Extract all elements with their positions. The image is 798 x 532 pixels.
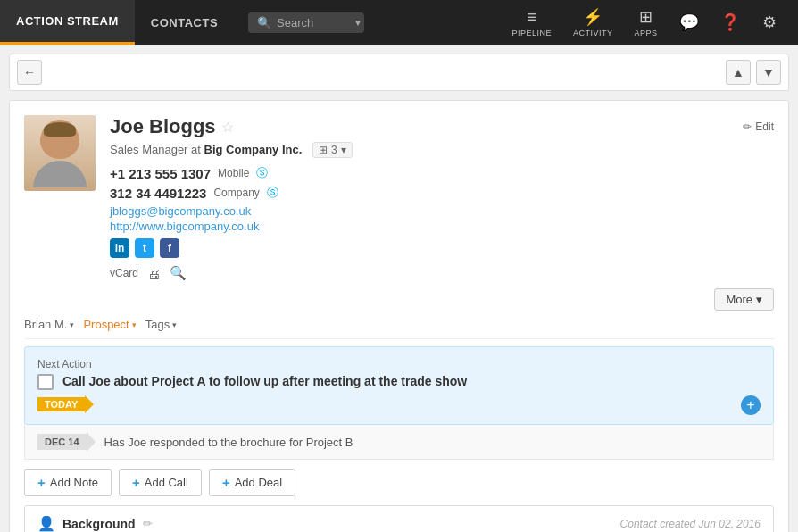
more-caret-icon: ▾ [756, 293, 762, 306]
add-activity-button[interactable]: + [741, 395, 761, 415]
next-action-section: Next Action Call Joe about Project A to … [24, 346, 774, 425]
nav-arrows-right: ▲ ▼ [726, 60, 781, 85]
grid-icon: ⊞ [319, 144, 328, 156]
company-name: Big Company Inc. [204, 143, 303, 156]
tags-row: Brian M. ▾ Prospect ▾ Tags ▾ [24, 311, 774, 339]
background-title: Background [62, 517, 136, 531]
owner-tag[interactable]: Brian M. ▾ [24, 318, 74, 331]
facebook-icon[interactable]: f [160, 238, 179, 258]
contact-header: Joe Bloggs ☆ ✏ Edit Sales Manager at Big… [24, 115, 774, 281]
background-edit-icon[interactable]: ✏ [143, 517, 153, 530]
contact-name: Joe Bloggs [110, 115, 216, 138]
phone2: 312 34 4491223 [110, 186, 206, 201]
contact-title: Sales Manager at Big Company Inc. ⊞ 3 ▾ [110, 142, 774, 158]
activity-checkbox[interactable] [37, 374, 54, 390]
add-call-button[interactable]: + Add Call [119, 469, 202, 496]
edit-button[interactable]: ✏ Edit [743, 121, 774, 133]
add-note-button[interactable]: + Add Note [24, 469, 112, 496]
vcard-link[interactable]: vCard [110, 267, 138, 279]
activity-nav-item[interactable]: ⚡ ACTIVITY [566, 4, 620, 41]
badge-caret: ▾ [341, 144, 346, 156]
today-badge-arrow [85, 395, 94, 413]
help-icon: ❓ [720, 12, 741, 32]
website-link[interactable]: http://www.bigcompany.co.uk [110, 220, 774, 233]
company-count: 3 [331, 144, 337, 156]
phone2-label: Company [213, 187, 259, 199]
more-btn-row: More ▾ [24, 288, 774, 311]
add-deal-plus-icon: + [222, 475, 230, 490]
date-badge: DEC 14 [37, 432, 96, 452]
phone1-row: +1 213 555 1307 Mobile ⓢ [110, 165, 774, 181]
avatar [24, 115, 96, 191]
pencil-icon: ✏ [743, 121, 752, 133]
print-icon[interactable]: 🖨 [147, 266, 161, 281]
add-call-plus-icon: + [132, 475, 140, 490]
back-button[interactable]: ← [17, 60, 42, 85]
pipeline-icon: ≡ [527, 8, 536, 27]
main-area: ← ▲ ▼ Joe Bloggs ☆ [0, 45, 798, 532]
created-text: Contact created Jun 02, 2016 [620, 518, 761, 530]
gear-icon: ⚙ [762, 12, 777, 32]
twitter-icon[interactable]: t [135, 238, 154, 258]
nav-icons-group: ≡ PIPELINE ⚡ ACTIVITY ⊞ APPS 💬 ❓ ⚙ [504, 4, 798, 41]
down-button[interactable]: ▼ [756, 60, 781, 85]
prospect-tag[interactable]: Prospect ▾ [83, 318, 136, 331]
secondary-activity-text: Has Joe responded to the brochure for Pr… [104, 436, 353, 449]
phone2-row: 312 34 4491223 Company ⓢ [110, 185, 774, 201]
activity-row: Call Joe about Project A to follow up af… [37, 374, 761, 390]
chat-icon: 💬 [679, 12, 700, 32]
apps-nav-item[interactable]: ⊞ APPS [627, 4, 664, 41]
social-icons: in t f [110, 238, 774, 258]
action-icons-row: vCard 🖨 🔍 [110, 265, 774, 281]
date-badge-label: DEC 14 [37, 434, 87, 450]
top-navigation: ACTION STREAM CONTACTS 🔍 ▼ ≡ PIPELINE ⚡ … [0, 0, 798, 45]
secondary-activity: DEC 14 Has Joe responded to the brochure… [24, 425, 774, 460]
person-icon: 👤 [37, 515, 55, 532]
today-badge: TODAY [37, 395, 94, 413]
search-input[interactable] [277, 16, 348, 29]
tags-caret-icon: ▾ [172, 320, 177, 329]
nav-arrows-bar: ← ▲ ▼ [9, 54, 789, 91]
search-icon: 🔍 [257, 16, 271, 29]
help-nav-item[interactable]: ❓ [713, 9, 748, 36]
star-icon[interactable]: ☆ [221, 119, 234, 136]
action-buttons: + Add Note + Add Call + Add Deal [24, 469, 774, 496]
background-left: 👤 Background ✏ [37, 515, 153, 532]
nav-contacts[interactable]: CONTACTS [135, 0, 234, 45]
up-button[interactable]: ▲ [726, 60, 751, 85]
contact-name-row: Joe Bloggs ☆ ✏ Edit [110, 115, 774, 138]
pipeline-nav-item[interactable]: ≡ PIPELINE [504, 4, 559, 41]
search-box[interactable]: 🔍 ▼ [248, 12, 364, 33]
contact-info: Joe Bloggs ☆ ✏ Edit Sales Manager at Big… [110, 115, 774, 281]
phone1-label: Mobile [218, 167, 249, 179]
linkedin-icon[interactable]: in [110, 238, 129, 258]
company-badge[interactable]: ⊞ 3 ▾ [312, 142, 353, 158]
date-badge-arrow [87, 432, 96, 452]
prospect-caret-icon: ▾ [132, 320, 137, 329]
owner-caret-icon: ▾ [70, 320, 74, 329]
activity-text: Call Joe about Project A to follow up af… [62, 374, 761, 388]
search-dropdown-icon[interactable]: ▼ [353, 18, 362, 28]
apps-icon: ⊞ [639, 7, 653, 27]
phone1: +1 213 555 1307 [110, 166, 211, 181]
activity-icon: ⚡ [583, 7, 603, 27]
email-link[interactable]: jbloggs@bigcompany.co.uk [110, 204, 774, 218]
nav-action-stream[interactable]: ACTION STREAM [0, 0, 135, 45]
add-deal-button[interactable]: + Add Deal [209, 469, 295, 496]
contact-card: Joe Bloggs ☆ ✏ Edit Sales Manager at Big… [9, 100, 789, 532]
more-button[interactable]: More ▾ [714, 288, 774, 311]
search-contact-icon[interactable]: 🔍 [170, 265, 187, 281]
skype2-icon[interactable]: ⓢ [267, 185, 278, 201]
chat-nav-item[interactable]: 💬 [672, 9, 707, 36]
today-badge-label: TODAY [37, 397, 85, 411]
tags-tag[interactable]: Tags ▾ [145, 318, 177, 331]
next-action-label: Next Action [37, 358, 761, 370]
settings-nav-item[interactable]: ⚙ [755, 9, 785, 36]
add-note-plus-icon: + [37, 475, 46, 490]
skype-icon[interactable]: ⓢ [256, 165, 268, 181]
background-section: 👤 Background ✏ Contact created Jun 02, 2… [24, 505, 774, 532]
